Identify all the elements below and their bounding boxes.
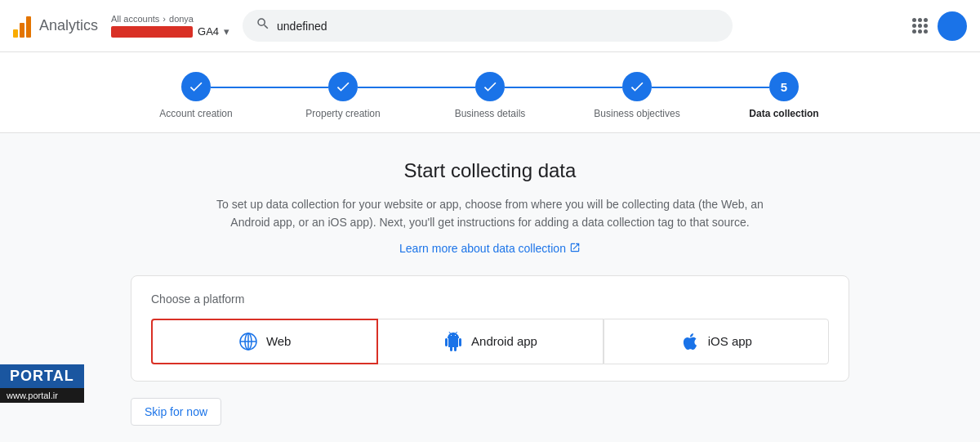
bar1 [13, 29, 18, 38]
step-4-label: Business objectives [594, 108, 679, 119]
analytics-logo-text: Analytics [39, 17, 98, 34]
learn-more-text: Learn more about data collection [399, 242, 566, 255]
ios-button-label: iOS app [708, 334, 752, 348]
search-input[interactable] [277, 20, 719, 33]
bar2 [20, 23, 24, 38]
step-property-creation: Property creation [270, 72, 416, 119]
skip-for-now-button[interactable]: Skip for now [131, 398, 221, 426]
main-content: Start collecting data To set up data col… [0, 133, 980, 442]
step-business-objectives: Business objectives [564, 72, 710, 119]
portal-badge-text: PORTAL [0, 364, 84, 388]
property-row: GA4 ▾ [111, 25, 229, 38]
analytics-logo-icon [13, 15, 31, 38]
web-button-label: Web [266, 334, 292, 348]
step-1-circle [181, 72, 211, 101]
property-redacted-bar [111, 26, 193, 38]
step-data-collection: 5 Data collection [710, 72, 858, 119]
header-right [912, 11, 967, 41]
android-icon [443, 332, 463, 351]
page-description: To set up data collection for your websi… [196, 195, 784, 232]
skip-area: Skip for now [131, 398, 849, 426]
bar3 [26, 16, 31, 38]
breadcrumb-all-accounts[interactable]: All accounts [111, 14, 159, 24]
step-3-circle [475, 72, 505, 101]
page-title: Start collecting data [404, 159, 577, 182]
breadcrumb: All accounts › donya GA4 ▾ [111, 14, 229, 38]
platform-android-button[interactable]: Android app [378, 319, 603, 364]
apps-grid-icon[interactable] [912, 18, 928, 33]
header: Analytics All accounts › donya GA4 ▾ [0, 0, 980, 52]
search-bar[interactable] [243, 10, 733, 42]
breadcrumb-separator: › [163, 14, 166, 24]
property-label: GA4 [198, 25, 219, 38]
breadcrumb-top: All accounts › donya [111, 14, 229, 24]
search-icon [256, 16, 270, 35]
ios-icon [680, 332, 700, 351]
step-5-number: 5 [781, 80, 787, 94]
step-account-creation: Account creation [122, 72, 270, 119]
step-5-label: Data collection [749, 108, 818, 119]
stepper-wrapper: Account creation Property creation Busin… [0, 52, 980, 133]
learn-more-link[interactable]: Learn more about data collection [399, 242, 581, 256]
step-business-details: Business details [416, 72, 564, 119]
logo-area: Analytics [13, 15, 98, 38]
platform-section-label: Choose a platform [151, 292, 829, 306]
breadcrumb-account-name[interactable]: donya [169, 14, 194, 24]
step-2-label: Property creation [305, 108, 380, 119]
step-1-label: Account creation [159, 108, 232, 119]
portal-watermark: PORTAL www.portal.ir [0, 364, 84, 403]
step-4-circle [622, 72, 652, 101]
portal-url-text: www.portal.ir [0, 388, 84, 403]
globe-icon [238, 332, 258, 351]
external-link-icon [569, 242, 581, 256]
stepper: Account creation Property creation Busin… [122, 72, 858, 119]
platform-ios-button[interactable]: iOS app [604, 319, 829, 364]
platform-options: Web Android app iOS app [151, 319, 829, 364]
android-button-label: Android app [471, 334, 537, 348]
step-5-circle: 5 [769, 72, 799, 101]
user-avatar[interactable] [938, 11, 967, 41]
property-dropdown-arrow[interactable]: ▾ [224, 25, 229, 38]
step-2-circle [328, 72, 358, 101]
platform-card: Choose a platform Web [131, 275, 849, 382]
platform-web-button[interactable]: Web [151, 319, 378, 364]
step-3-label: Business details [455, 108, 526, 119]
